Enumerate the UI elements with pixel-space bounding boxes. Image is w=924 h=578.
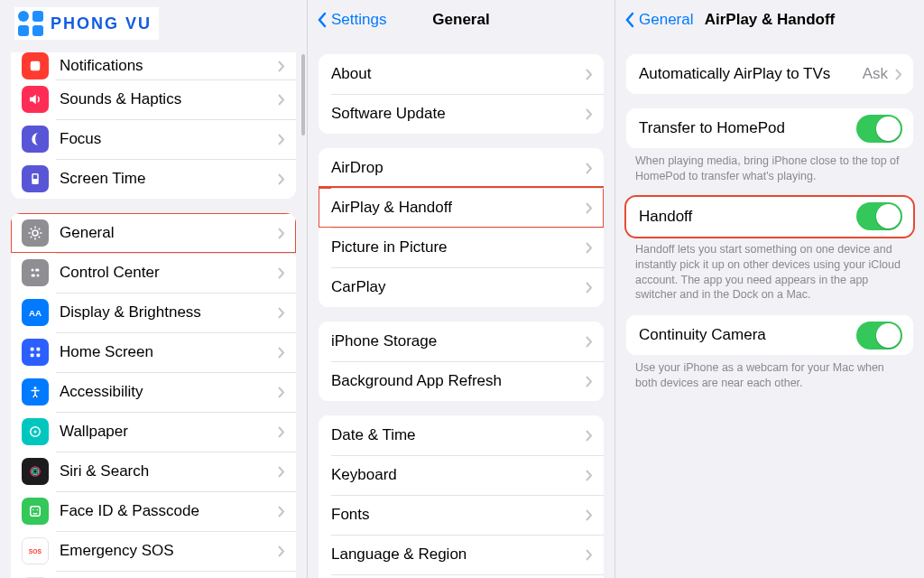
footer-continuity-camera: Use your iPhone as a webcam for your Mac… <box>615 355 924 391</box>
toggle-transfer-homepod[interactable] <box>856 115 902 143</box>
row-label: Automatically AirPlay to TVs <box>639 65 863 83</box>
nav-title: AirPlay & Handoff <box>705 11 836 29</box>
row-transfer-homepod: Transfer to HomePod <box>626 108 913 148</box>
nav-bar: Settings General <box>308 0 614 40</box>
sounds-icon <box>22 86 49 113</box>
chevron-right-icon <box>278 228 285 239</box>
row-home-screen[interactable]: Home Screen <box>11 332 296 372</box>
row-handoff: Handoff <box>626 197 913 237</box>
row-label: Accessibility <box>60 383 278 401</box>
chevron-right-icon <box>586 202 593 214</box>
row-auto-airplay-tvs[interactable]: Automatically AirPlay to TVs Ask <box>626 54 913 94</box>
row-picture-in-picture[interactable]: Picture in Picture <box>319 228 604 267</box>
row-label: Language & Region <box>331 545 586 564</box>
toggle-continuity-camera[interactable] <box>856 322 902 350</box>
chevron-right-icon <box>278 426 285 438</box>
chevron-left-icon <box>624 12 635 28</box>
toggle-handoff[interactable] <box>856 202 902 230</box>
row-screen-time[interactable]: Screen Time <box>11 159 296 199</box>
notifications-icon <box>22 52 49 79</box>
row-keyboard[interactable]: Keyboard <box>319 455 604 495</box>
back-label: Settings <box>331 11 386 29</box>
chevron-right-icon <box>895 69 902 80</box>
row-focus[interactable]: Focus <box>11 119 296 159</box>
handoff-group: Handoff <box>626 197 913 237</box>
svg-rect-0 <box>31 61 41 71</box>
back-label: General <box>639 11 693 29</box>
row-label: Background App Refresh <box>331 372 586 390</box>
row-date-time[interactable]: Date & Time <box>319 415 604 455</box>
sos-icon: SOS <box>22 537 49 564</box>
chevron-right-icon <box>278 134 285 145</box>
row-label: Focus <box>60 130 278 148</box>
row-label: Notifications <box>60 57 278 75</box>
row-fonts[interactable]: Fonts <box>319 495 604 535</box>
row-dictionary[interactable]: Dictionary <box>319 574 604 578</box>
row-faceid-passcode[interactable]: Face ID & Passcode <box>11 491 296 531</box>
chevron-right-icon <box>586 549 593 561</box>
row-iphone-storage[interactable]: iPhone Storage <box>319 322 604 361</box>
row-label: Siri & Search <box>60 462 278 480</box>
svg-rect-7 <box>32 275 36 277</box>
back-button[interactable]: Settings <box>317 11 386 29</box>
chevron-right-icon <box>586 163 593 174</box>
row-background-app-refresh[interactable]: Background App Refresh <box>319 361 604 401</box>
svg-point-3 <box>32 230 38 236</box>
svg-rect-19 <box>31 507 41 517</box>
row-control-center[interactable]: Control Center <box>11 253 296 293</box>
row-label: General <box>60 224 278 242</box>
row-about[interactable]: About <box>319 54 604 94</box>
accessibility-icon <box>22 378 49 406</box>
svg-rect-11 <box>31 354 34 358</box>
footer-transfer-homepod: When playing media, bring iPhone close t… <box>615 148 924 184</box>
chevron-right-icon <box>278 94 285 106</box>
chevron-right-icon <box>278 307 285 319</box>
chevron-right-icon <box>278 267 285 279</box>
general-group-storage: iPhone Storage Background App Refresh <box>319 322 604 401</box>
row-language-region[interactable]: Language & Region <box>319 535 604 574</box>
row-emergency-sos[interactable]: SOS Emergency SOS <box>11 531 296 571</box>
settings-group-general: General Control Center AA Display & Brig… <box>11 213 296 578</box>
row-wallpaper[interactable]: Wallpaper <box>11 412 296 452</box>
row-sounds-haptics[interactable]: Sounds & Haptics <box>11 79 296 119</box>
row-airplay-handoff[interactable]: AirPlay & Handoff <box>319 188 604 228</box>
row-label: Control Center <box>60 264 278 282</box>
row-accessibility[interactable]: Accessibility <box>11 372 296 412</box>
row-exposure-notifications[interactable]: Exposure Notifications <box>11 571 296 578</box>
row-general[interactable]: General <box>11 213 296 253</box>
scrollbar[interactable] <box>301 54 305 135</box>
nav-title: General <box>432 11 489 29</box>
row-continuity-camera: Continuity Camera <box>626 315 913 355</box>
svg-point-4 <box>32 269 34 272</box>
chevron-right-icon <box>586 376 593 387</box>
row-display-brightness[interactable]: AA Display & Brightness <box>11 293 296 332</box>
row-carplay[interactable]: CarPlay <box>319 267 604 307</box>
control-center-icon <box>22 259 49 286</box>
row-airdrop[interactable]: AirDrop <box>319 148 604 188</box>
home-screen-icon <box>22 339 49 366</box>
svg-rect-9 <box>31 348 34 351</box>
svg-point-21 <box>37 509 39 511</box>
chevron-right-icon <box>586 282 593 294</box>
siri-icon <box>22 458 49 485</box>
svg-rect-2 <box>33 175 38 180</box>
row-notifications[interactable]: Notifications <box>11 52 296 79</box>
general-icon <box>22 219 49 247</box>
airplay-tv-group: Automatically AirPlay to TVs Ask <box>626 54 913 94</box>
general-group-connectivity: AirDrop AirPlay & Handoff Picture in Pic… <box>319 148 604 307</box>
svg-point-20 <box>32 509 34 511</box>
row-siri-search[interactable]: Siri & Search <box>11 452 296 491</box>
row-label: CarPlay <box>331 278 586 296</box>
back-button[interactable]: General <box>624 11 693 29</box>
screen-time-icon <box>22 165 49 192</box>
row-label: Keyboard <box>331 466 586 484</box>
chevron-right-icon <box>586 69 593 80</box>
row-label: Picture in Picture <box>331 238 586 256</box>
row-label: iPhone Storage <box>331 332 586 350</box>
row-label: Transfer to HomePod <box>639 119 856 137</box>
logo: PHONG VU <box>14 7 159 40</box>
row-software-update[interactable]: Software Update <box>319 94 604 134</box>
svg-point-13 <box>34 387 37 389</box>
settings-root-panel: Notifications Sounds & Haptics Focus Scr… <box>0 0 308 578</box>
general-group-locale: Date & Time Keyboard Fonts Language & Re… <box>319 415 604 578</box>
